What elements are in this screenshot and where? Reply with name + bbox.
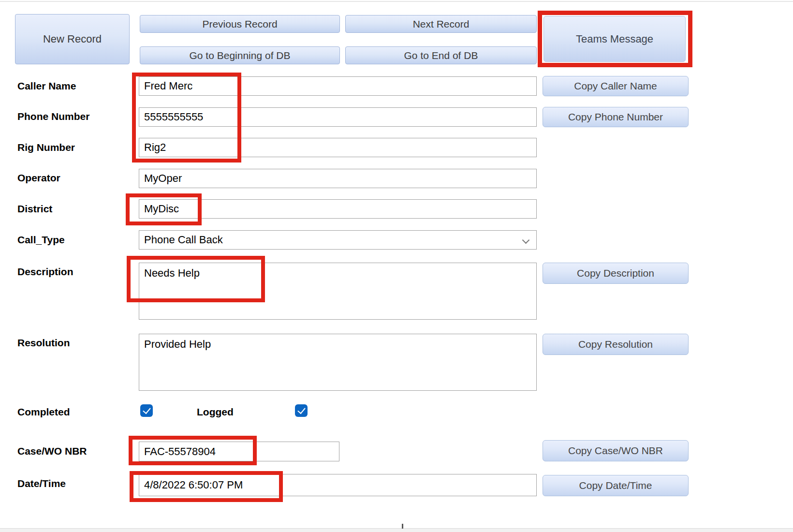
district-label: District <box>17 203 52 215</box>
resolution-textarea[interactable]: Provided Help <box>139 334 537 391</box>
copy-case-wo-nbr-button[interactable]: Copy Case/WO NBR <box>543 440 689 461</box>
phone-number-input[interactable] <box>139 107 537 127</box>
call-type-select[interactable]: Phone Call Back <box>139 230 537 250</box>
teams-message-button[interactable]: Teams Message <box>543 16 686 62</box>
description-label: Description <box>17 266 73 278</box>
completed-label: Completed <box>17 406 70 418</box>
case-wo-nbr-label: Case/WO NBR <box>17 445 87 457</box>
date-time-input[interactable] <box>139 474 537 496</box>
case-wo-nbr-input[interactable] <box>139 442 339 461</box>
new-record-button[interactable]: New Record <box>15 14 130 64</box>
previous-record-button[interactable]: Previous Record <box>140 15 340 33</box>
copy-phone-number-button[interactable]: Copy Phone Number <box>543 107 689 127</box>
district-input[interactable] <box>139 199 537 219</box>
checkmark-icon <box>297 406 306 414</box>
logged-checkbox[interactable] <box>295 404 308 417</box>
rig-number-label: Rig Number <box>17 142 75 153</box>
phone-number-label: Phone Number <box>17 111 89 122</box>
checkmark-icon <box>143 406 151 414</box>
copy-description-button[interactable]: Copy Description <box>543 263 689 284</box>
next-record-button[interactable]: Next Record <box>345 15 537 33</box>
bottom-scroll-strip[interactable] <box>0 528 793 532</box>
call-type-selected-value: Phone Call Back <box>144 234 223 246</box>
logged-label: Logged <box>197 406 234 418</box>
window-top-divider <box>0 1 793 2</box>
operator-label: Operator <box>17 172 60 184</box>
call-log-window: New Record Previous Record Next Record G… <box>0 0 793 532</box>
operator-input[interactable] <box>139 169 537 188</box>
description-textarea[interactable]: Needs Help <box>139 263 537 320</box>
completed-checkbox[interactable] <box>140 404 153 417</box>
copy-caller-name-button[interactable]: Copy Caller Name <box>543 76 689 96</box>
copy-resolution-button[interactable]: Copy Resolution <box>543 334 689 355</box>
text-cursor-mark <box>402 524 403 529</box>
call-type-label: Call_Type <box>17 234 65 246</box>
date-time-label: Date/Time <box>17 478 66 489</box>
go-to-end-of-db-button[interactable]: Go to End of DB <box>345 46 537 64</box>
caller-name-label: Caller Name <box>17 80 76 92</box>
resolution-label: Resolution <box>17 337 70 349</box>
go-to-beginning-of-db-button[interactable]: Go to Beginning of DB <box>140 46 340 64</box>
chevron-down-icon[interactable] <box>523 237 529 243</box>
caller-name-input[interactable] <box>139 76 537 96</box>
rig-number-input[interactable] <box>139 138 537 157</box>
copy-date-time-button[interactable]: Copy Date/Time <box>543 475 689 496</box>
